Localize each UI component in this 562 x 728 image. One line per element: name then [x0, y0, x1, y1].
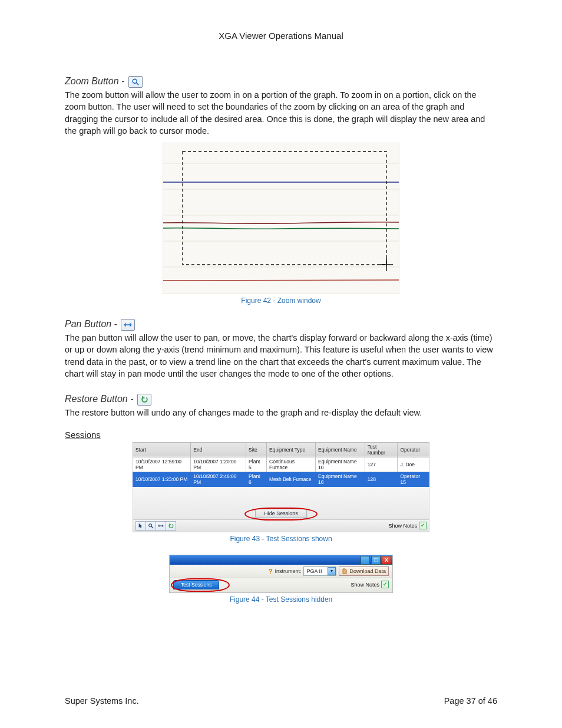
col-end[interactable]: End [191, 442, 246, 457]
figure-43-caption: Figure 43 - Test Sessions shown [65, 535, 497, 543]
restore-body: The restore button will undo any of chan… [65, 407, 497, 419]
cell: Operator 15 [398, 472, 429, 486]
zoom-icon [128, 76, 143, 88]
titlebar: _ □ X [170, 555, 392, 565]
chevron-down-icon: ▾ [328, 567, 336, 575]
mini-toolbar [135, 521, 176, 531]
zoom-heading: Zoom Button - [65, 76, 124, 86]
cell: Continuous Furnace [267, 457, 316, 472]
help-icon[interactable]: ? [269, 568, 273, 575]
document-page: XGA Viewer Operations Manual Zoom Button… [0, 0, 562, 728]
cell: 128 [365, 472, 398, 486]
cursor-icon[interactable] [135, 521, 146, 531]
cell: Equipment Name 10 [316, 457, 365, 472]
col-eqtype[interactable]: Equipment Type [267, 442, 316, 457]
figure-44-caption: Figure 44 - Test Sessions hidden [65, 595, 497, 604]
col-testno[interactable]: Test Number [365, 442, 398, 457]
cell: 10/10/2007 1:20:00 PM [191, 457, 246, 472]
table-row[interactable]: 10/10/2007 1:23:00 PM 10/10/2007 2:46:00… [133, 472, 429, 486]
table-row[interactable]: 10/10/2007 12:59:00 PM 10/10/2007 1:20:0… [133, 457, 429, 472]
col-start[interactable]: Start [133, 442, 191, 457]
zoom-icon[interactable] [146, 521, 156, 531]
restore-heading: Restore Button - [65, 394, 134, 404]
page-header: XGA Viewer Operations Manual [65, 31, 497, 41]
checkbox-icon: ✓ [419, 522, 427, 529]
sessions-bottom-bar: Show Notes ✓ [133, 520, 429, 532]
sessions-heading: Sessions [65, 430, 497, 440]
svg-line-1 [136, 83, 138, 85]
cell: Plant 6 [246, 472, 267, 486]
hide-sessions-button[interactable]: Hide Sessions [255, 509, 307, 518]
cell: Plant 5 [246, 457, 267, 472]
pan-section: Pan Button - The pan button will allow t… [65, 319, 497, 380]
minimize-icon[interactable]: _ [361, 556, 370, 565]
show-notes-label: Show Notes [388, 523, 417, 529]
zoom-section: Zoom Button - The zoom button will allow… [65, 76, 497, 137]
figure-42 [163, 143, 399, 294]
svg-point-11 [149, 523, 152, 526]
pan-icon [121, 319, 135, 331]
show-notes-toggle[interactable]: Show Notes ✓ [388, 522, 427, 529]
table-header-row: Start End Site Equipment Type Equipment … [133, 442, 429, 457]
pan-icon[interactable] [156, 521, 166, 531]
cell: 10/10/2007 12:59:00 PM [133, 457, 191, 472]
restore-icon[interactable] [166, 521, 176, 531]
download-data-button[interactable]: Download Data [339, 566, 389, 576]
col-site[interactable]: Site [246, 442, 267, 457]
show-notes-toggle[interactable]: Show Notes ✓ [351, 581, 389, 588]
footer-right: Page 37 of 46 [444, 696, 497, 706]
svg-line-12 [151, 526, 153, 528]
pan-heading: Pan Button - [65, 319, 117, 329]
tab-test-sessions[interactable]: Test Sessions [173, 580, 219, 589]
download-label: Download Data [349, 568, 386, 574]
cell: 10/10/2007 1:23:00 PM [133, 472, 191, 486]
figure-42-caption: Figure 42 - Zoom window [65, 297, 497, 305]
cell: Equipment Name 16 [316, 472, 365, 486]
cell: J. Doe [398, 457, 429, 472]
sessions-table: Start End Site Equipment Type Equipment … [133, 442, 429, 487]
cell: 127 [365, 457, 398, 472]
footer-left: Super Systems Inc. [65, 696, 139, 706]
zoom-body: The zoom button will allow the user to z… [65, 89, 497, 137]
restore-section: Restore Button - The restore button will… [65, 394, 497, 419]
figure-43: Start End Site Equipment Type Equipment … [133, 442, 429, 532]
checkbox-icon: ✓ [381, 581, 389, 588]
close-icon[interactable]: X [382, 556, 391, 565]
instrument-combo[interactable]: PGA II ▾ [303, 566, 336, 576]
col-eqname[interactable]: Equipment Name [316, 442, 365, 457]
col-oper[interactable]: Operator [398, 442, 429, 457]
pan-body: The pan button will allow the user to pa… [65, 332, 497, 380]
restore-icon [137, 394, 151, 406]
instrument-value: PGA II [306, 568, 322, 574]
instrument-toolbar: ? Instrument: PGA II ▾ Download Data [170, 565, 392, 578]
table-empty-area: Hide Sessions [133, 487, 429, 520]
page-footer: Super Systems Inc. Page 37 of 46 [65, 696, 497, 706]
figure-44: _ □ X ? Instrument: PGA II ▾ Download Da… [169, 555, 393, 593]
instrument-label: Instrument: [275, 568, 301, 574]
cell: 10/10/2007 2:46:00 PM [191, 472, 246, 486]
svg-rect-7 [183, 151, 386, 265]
show-notes-label: Show Notes [351, 582, 379, 588]
tabs-row: Test Sessions Show Notes ✓ [170, 578, 392, 592]
maximize-icon[interactable]: □ [371, 556, 381, 565]
cell: Mesh Belt Furnace [267, 472, 316, 486]
